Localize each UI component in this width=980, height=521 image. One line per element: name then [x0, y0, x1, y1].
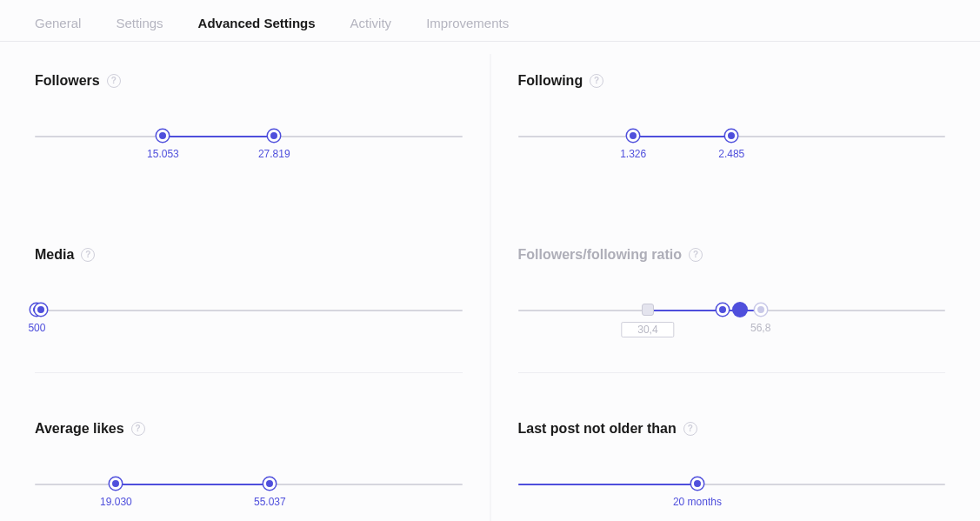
ratio-handle-mid[interactable] — [717, 304, 729, 316]
ratio-title-text: Followers/following ratio — [518, 247, 682, 263]
avglikes-cell: Average likes ? 19.030 55.037 — [35, 390, 490, 521]
following-handle-high[interactable] — [725, 130, 737, 142]
followers-handle-low[interactable] — [157, 130, 169, 142]
cell-divider — [518, 372, 946, 373]
media-cell: Media ? 500 — [35, 216, 490, 390]
ratio-stop-marker[interactable] — [642, 304, 654, 316]
avglikes-slider[interactable]: 19.030 55.037 — [35, 477, 463, 511]
tab-improvements[interactable]: Improvements — [426, 16, 509, 30]
help-icon[interactable]: ? — [590, 74, 603, 88]
followers-title: Followers ? — [35, 73, 463, 89]
followers-label-high: 27.819 — [258, 148, 290, 160]
following-label-low: 1.326 — [620, 148, 646, 160]
media-title: Media ? — [35, 247, 463, 263]
ratio-handle-ghost[interactable] — [755, 304, 767, 316]
following-cell: Following ? 1.326 2.485 — [490, 42, 946, 216]
ratio-handle-big[interactable] — [732, 302, 748, 317]
ratio-cell: Followers/following ratio ? 30,4 56,8 — [490, 216, 946, 390]
lastpost-title: Last post not older than ? — [518, 421, 946, 437]
lastpost-title-text: Last post not older than — [518, 421, 677, 437]
media-title-text: Media — [35, 247, 74, 263]
avglikes-label-high: 55.037 — [254, 496, 286, 508]
avglikes-title-text: Average likes — [35, 421, 124, 437]
lastpost-handle[interactable] — [691, 478, 703, 490]
following-title: Following ? — [518, 73, 946, 89]
following-handle-low[interactable] — [627, 130, 639, 142]
media-handle-high[interactable] — [35, 304, 47, 316]
followers-slider[interactable]: 15.053 27.819 — [35, 129, 463, 164]
avglikes-handle-low[interactable] — [110, 478, 122, 490]
slider-fill — [163, 136, 274, 137]
following-title-text: Following — [518, 73, 583, 89]
following-slider[interactable]: 1.326 2.485 — [518, 129, 946, 164]
slider-fill — [116, 484, 270, 485]
settings-grid: Followers ? 15.053 27.819 Following ? 1.… — [0, 42, 980, 521]
slider-fill — [633, 136, 731, 137]
avglikes-handle-high[interactable] — [263, 478, 276, 490]
avglikes-label-low: 19.030 — [100, 496, 132, 508]
ratio-label-ghost: 56,8 — [750, 322, 770, 334]
followers-cell: Followers ? 15.053 27.819 — [35, 42, 490, 216]
media-slider[interactable]: 500 — [35, 303, 463, 337]
lastpost-slider[interactable]: 20 months — [518, 477, 946, 511]
help-icon[interactable]: ? — [683, 422, 697, 436]
help-icon[interactable]: ? — [81, 248, 95, 262]
ratio-slider[interactable]: 30,4 56,8 — [518, 303, 946, 337]
lastpost-label: 20 months — [673, 496, 722, 508]
followers-title-text: Followers — [35, 73, 100, 89]
following-label-high: 2.485 — [718, 148, 744, 160]
avglikes-title: Average likes ? — [35, 421, 463, 437]
help-icon[interactable]: ? — [107, 74, 121, 88]
followers-handle-high[interactable] — [268, 130, 280, 142]
tab-settings[interactable]: Settings — [116, 16, 163, 30]
column-divider — [490, 54, 490, 521]
tab-advanced-settings[interactable]: Advanced Settings — [198, 16, 316, 30]
ratio-label-stop: 30,4 — [621, 322, 674, 337]
help-icon[interactable]: ? — [689, 248, 703, 262]
ratio-title: Followers/following ratio ? — [518, 247, 946, 263]
followers-label-low: 15.053 — [147, 148, 179, 160]
media-label-low: 500 — [28, 322, 45, 334]
slider-track — [35, 310, 463, 311]
tabs-bar: General Settings Advanced Settings Activ… — [0, 0, 980, 42]
slider-fill — [518, 484, 697, 485]
tab-general[interactable]: General — [35, 16, 81, 30]
help-icon[interactable]: ? — [131, 422, 145, 436]
tab-activity[interactable]: Activity — [350, 16, 392, 30]
cell-divider — [35, 372, 463, 373]
lastpost-cell: Last post not older than ? 20 months — [490, 390, 946, 521]
